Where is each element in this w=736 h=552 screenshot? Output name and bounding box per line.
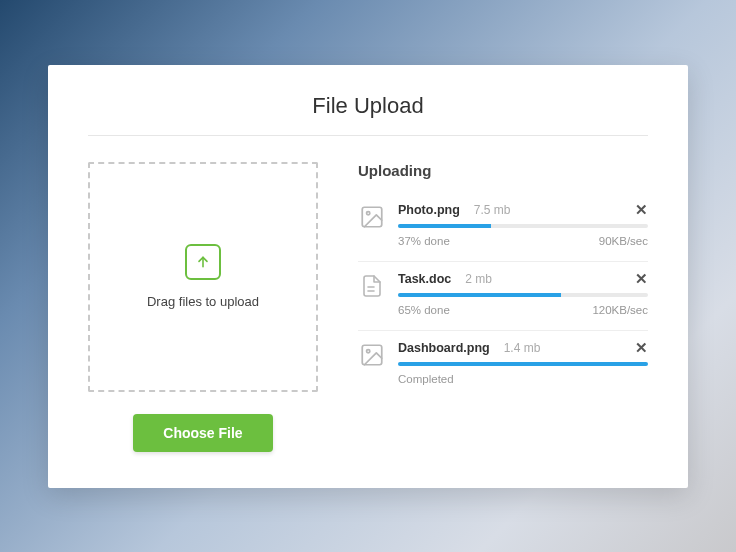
uploads-heading: Uploading [358, 162, 648, 179]
choose-file-button[interactable]: Choose File [133, 414, 273, 452]
document-icon [358, 272, 386, 300]
upload-item: Task.doc 2 mb ✕ 65% done 120KB/sec [358, 262, 648, 331]
image-icon [358, 341, 386, 369]
close-icon[interactable]: ✕ [634, 272, 648, 286]
svg-point-6 [367, 349, 370, 352]
file-size: 2 mb [465, 272, 492, 286]
progress-status: 65% done [398, 304, 450, 316]
progress-fill [398, 293, 561, 297]
upload-rate: 90KB/sec [599, 235, 648, 247]
file-size: 1.4 mb [504, 341, 541, 355]
dropzone-label: Drag files to upload [147, 294, 259, 309]
progress-fill [398, 362, 648, 366]
upload-item: Dashboard.png 1.4 mb ✕ Completed [358, 331, 648, 399]
file-name: Photo.png [398, 203, 460, 217]
close-icon[interactable]: ✕ [634, 203, 648, 217]
close-icon[interactable]: ✕ [634, 341, 648, 355]
upload-rate: 120KB/sec [592, 304, 648, 316]
file-name: Dashboard.png [398, 341, 490, 355]
progress-status: 37% done [398, 235, 450, 247]
divider [88, 135, 648, 136]
upload-card: File Upload Drag files to upload Choose … [48, 65, 688, 488]
svg-point-2 [367, 211, 370, 214]
upload-item: Photo.png 7.5 mb ✕ 37% done 90KB/sec [358, 193, 648, 262]
progress-status: Completed [398, 373, 454, 385]
progress-bar [398, 224, 648, 228]
file-size: 7.5 mb [474, 203, 511, 217]
image-icon [358, 203, 386, 231]
upload-icon [185, 244, 221, 280]
file-name: Task.doc [398, 272, 451, 286]
dropzone[interactable]: Drag files to upload [88, 162, 318, 392]
progress-fill [398, 224, 491, 228]
progress-bar [398, 293, 648, 297]
page-title: File Upload [88, 93, 648, 135]
progress-bar [398, 362, 648, 366]
